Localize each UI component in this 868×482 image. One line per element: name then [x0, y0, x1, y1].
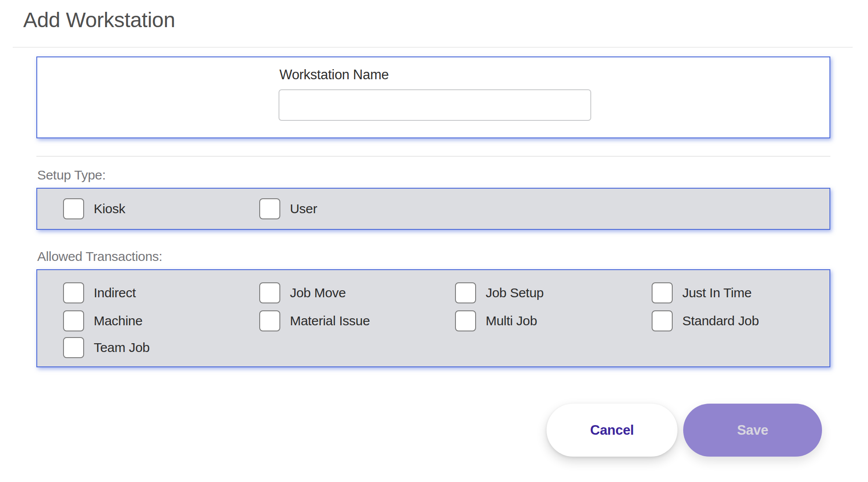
checkbox-label: Job Setup [486, 285, 543, 300]
checkbox-option-machine[interactable]: Machine [63, 310, 142, 331]
standard-job-checkbox[interactable] [652, 310, 673, 331]
checkbox-option-job-setup[interactable]: Job Setup [455, 282, 543, 303]
checkbox-option-indirect[interactable]: Indirect [63, 282, 136, 303]
checkbox-option-job-move[interactable]: Job Move [259, 282, 346, 303]
checkbox-label: Material Issue [290, 313, 370, 328]
title-divider [13, 47, 853, 48]
multi-job-checkbox[interactable] [455, 310, 476, 331]
checkbox-label: Standard Job [682, 313, 759, 328]
job-setup-checkbox[interactable] [455, 282, 476, 303]
checkbox-label: Machine [94, 313, 142, 328]
checkbox-label: Team Job [94, 340, 150, 355]
checkbox-option-team-job[interactable]: Team Job [63, 337, 150, 358]
workstation-name-panel: Workstation Name [36, 56, 830, 138]
workstation-name-label: Workstation Name [279, 66, 591, 84]
checkbox-label: User [290, 201, 317, 216]
save-button[interactable]: Save [683, 404, 822, 457]
cancel-button[interactable]: Cancel [547, 404, 677, 457]
checkbox-label: Just In Time [682, 285, 752, 300]
allowed-transactions-panel: Indirect Job Move Job Setup Just In Time… [36, 269, 830, 367]
indirect-checkbox[interactable] [63, 282, 84, 303]
add-workstation-dialog: Add Workstation Workstation Name Setup T… [0, 0, 868, 482]
checkbox-option-kiosk[interactable]: Kiosk [63, 198, 125, 219]
setup-type-label: Setup Type: [37, 168, 106, 182]
checkbox-label: Indirect [94, 285, 136, 300]
user-checkbox[interactable] [259, 198, 280, 219]
job-move-checkbox[interactable] [259, 282, 280, 303]
machine-checkbox[interactable] [63, 310, 84, 331]
page-title: Add Workstation [23, 8, 175, 32]
workstation-name-input[interactable] [279, 89, 591, 121]
checkbox-label: Kiosk [94, 201, 125, 216]
checkbox-option-material-issue[interactable]: Material Issue [259, 310, 370, 331]
setup-type-panel: Kiosk User [36, 188, 830, 230]
checkbox-label: Job Move [290, 285, 346, 300]
material-issue-checkbox[interactable] [259, 310, 280, 331]
checkbox-option-just-in-time[interactable]: Just In Time [652, 282, 752, 303]
kiosk-checkbox[interactable] [63, 198, 84, 219]
section-divider [36, 156, 830, 157]
workstation-name-field-group: Workstation Name [279, 66, 591, 121]
checkbox-option-multi-job[interactable]: Multi Job [455, 310, 537, 331]
allowed-transactions-label: Allowed Transactions: [37, 249, 162, 264]
team-job-checkbox[interactable] [63, 337, 84, 358]
checkbox-option-standard-job[interactable]: Standard Job [652, 310, 759, 331]
checkbox-label: Multi Job [486, 313, 537, 328]
checkbox-option-user[interactable]: User [259, 198, 317, 219]
just-in-time-checkbox[interactable] [652, 282, 673, 303]
